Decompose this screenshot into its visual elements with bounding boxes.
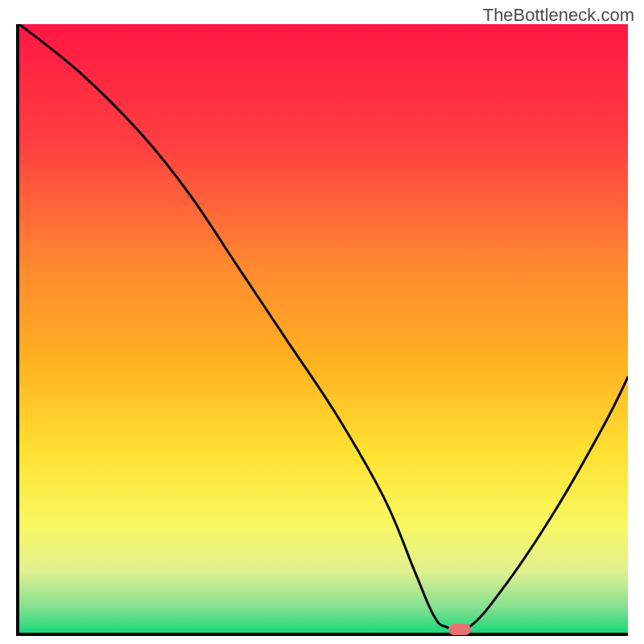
bottleneck-curve [19,24,628,630]
watermark-text: TheBottleneck.com [483,5,634,26]
optimal-marker [448,624,471,635]
curve-layer [19,24,628,633]
plot-area [16,24,628,636]
